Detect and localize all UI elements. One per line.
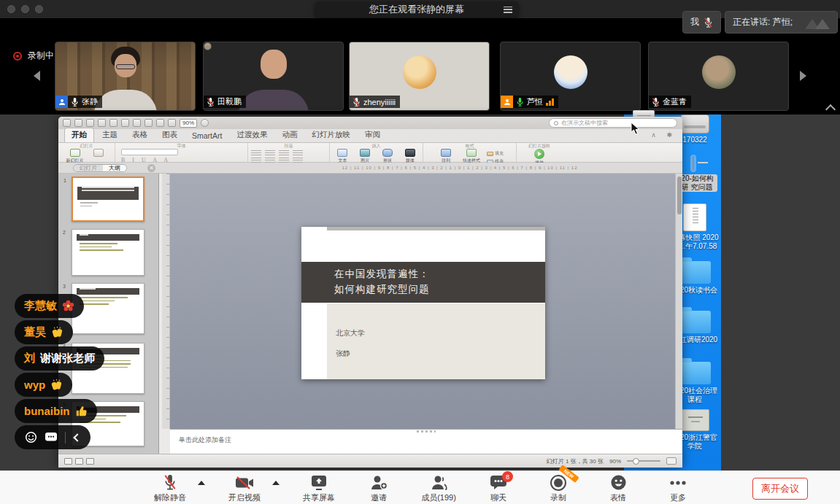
tab-slideshow[interactable]: 幻灯片放映 <box>305 128 357 142</box>
tab-transitions[interactable]: 过渡效果 <box>230 128 274 142</box>
insert-shape-button[interactable]: 形状 <box>378 149 398 164</box>
cut-icon[interactable] <box>109 119 117 127</box>
ppt-ruler-row: 幻灯片 大纲 ✕ 12 | 11 | 10 | 9 | 8 | 7 | 6 | … <box>58 163 682 174</box>
ppt-search-box[interactable]: 在演示文稿中搜索 <box>549 118 677 128</box>
arrange-button[interactable]: 排列 <box>436 149 456 164</box>
emoji-face-icon[interactable] <box>25 431 37 443</box>
help-icon[interactable] <box>201 119 209 127</box>
ribbon-group-format: 格式 排列 快速样式 填充 线条 <box>423 143 517 162</box>
record-icon <box>550 474 567 492</box>
horizontal-ruler: 12 | 11 | 10 | 9 | 8 | 7 | 6 | 5 | 4 | 3… <box>307 166 613 170</box>
slide-design-strip <box>327 227 545 230</box>
screenshot-file-icon <box>683 203 706 231</box>
presenter-badge-icon <box>55 96 68 108</box>
slide-counter: 幻灯片 1 张，共 30 张 <box>547 457 604 465</box>
pane-tab-slides[interactable]: 幻灯片 <box>74 165 103 171</box>
slide-thumbnail-selected[interactable]: 1 <box>72 177 145 222</box>
open-file-icon[interactable] <box>74 119 82 127</box>
close-window-icon[interactable] <box>7 5 15 13</box>
ppt-vertical-scrollbar[interactable] <box>675 174 682 429</box>
mic-options-caret[interactable] <box>198 481 205 485</box>
new-slide-button[interactable]: 新幻灯片 <box>65 149 85 164</box>
tab-home[interactable]: 开始 <box>64 128 94 142</box>
tab-themes[interactable]: 主题 <box>96 128 124 142</box>
undo-icon[interactable] <box>156 119 164 127</box>
fit-slide-button[interactable] <box>666 457 677 465</box>
members-button[interactable]: 成员(199) <box>418 474 459 503</box>
reactions-button[interactable]: 表情 <box>598 474 639 503</box>
close-pane-icon[interactable]: ✕ <box>147 164 155 172</box>
slide-thumbnail[interactable]: 2 <box>72 229 145 276</box>
clap-emoji-icon <box>50 379 63 391</box>
window-controls[interactable] <box>7 5 43 13</box>
paragraph-buttons[interactable] <box>251 149 326 163</box>
chat-overlay-controls[interactable] <box>15 425 90 449</box>
invite-button[interactable]: 邀请 <box>358 474 399 503</box>
ribbon-group-slides: 幻灯片 新幻灯片 <box>58 143 115 162</box>
video-tile[interactable]: zhenyiiiiii <box>349 42 490 111</box>
tab-tables[interactable]: 表格 <box>126 128 154 142</box>
copy-icon[interactable] <box>121 119 129 127</box>
vertical-ruler <box>162 174 170 429</box>
ribbon-collapse-gear-icons[interactable]: ∧ ✱ <box>651 131 677 139</box>
fill-button[interactable]: 填充 <box>487 150 504 157</box>
notes-pane[interactable]: 单击此处添加备注 <box>170 429 682 454</box>
insert-media-button[interactable]: 媒体 <box>400 149 420 164</box>
pane-tab-outline[interactable]: 大纲 <box>103 165 126 171</box>
insert-text-button[interactable]: 文本 <box>333 149 352 164</box>
speaking-indicator: 正在讲话: 芦恒; <box>725 11 838 34</box>
layout-button[interactable] <box>88 149 109 157</box>
scroll-videos-right-icon[interactable] <box>800 71 806 81</box>
participant-name: 张静 <box>82 96 98 107</box>
pane-view-switch[interactable]: 幻灯片 大纲 <box>73 164 127 172</box>
start-video-button[interactable]: 开启视频 <box>224 474 265 503</box>
format-painter-icon[interactable] <box>145 119 153 127</box>
chat-button[interactable]: 8 聊天 <box>478 474 519 503</box>
quick-styles-button[interactable]: 快速样式 <box>459 149 484 164</box>
slide-subtitle-panel: 北京大学 张静 <box>327 303 545 379</box>
video-tile[interactable]: 张静 <box>55 42 196 111</box>
zoom-dropdown[interactable]: 90% <box>180 119 197 128</box>
speaking-label: 正在讲话: 芦恒; <box>733 16 793 28</box>
video-tile[interactable]: 金蓝青 <box>648 42 789 111</box>
video-tile[interactable]: 芦恒 <box>500 42 641 111</box>
collapse-strip-icon[interactable] <box>825 104 836 115</box>
watching-screen-title: 您正在观看张静的屏幕 <box>369 3 464 16</box>
banner-menu-icon[interactable] <box>504 7 512 13</box>
notes-resize-handle[interactable] <box>417 430 436 433</box>
ppt-ribbon: 幻灯片 新幻灯片 字体 B I U <box>58 143 682 163</box>
share-screen-button[interactable]: 共享屏幕 <box>298 474 339 503</box>
chat-bubble: 刘 谢谢张老师 <box>15 346 104 371</box>
redo-icon[interactable] <box>168 119 176 127</box>
print-icon[interactable] <box>98 119 106 127</box>
slide-author: 张静 <box>336 349 545 359</box>
participant-name: 金蓝青 <box>663 96 687 107</box>
video-tile[interactable]: 田毅鹏 <box>203 42 344 111</box>
chat-bubble-icon[interactable] <box>45 432 58 443</box>
zoom-window-icon[interactable] <box>35 5 43 13</box>
font-name-box[interactable] <box>121 149 178 155</box>
mic-on-icon <box>71 97 79 107</box>
tab-review[interactable]: 审阅 <box>358 128 387 142</box>
tab-animations[interactable]: 动画 <box>275 128 304 142</box>
save-icon[interactable] <box>86 119 94 127</box>
zoom-slider[interactable] <box>627 460 660 462</box>
self-mic-status[interactable]: 我 <box>682 11 721 34</box>
chat-overlay: 李慧敏 董昊 刘 谢谢张老师 wyp bunaibin <box>15 294 104 449</box>
minimize-window-icon[interactable] <box>21 5 29 13</box>
meeting-app-window: 您正在观看张静的屏幕 i 我 正在讲话: 芦恒; 录制中 <box>0 0 840 504</box>
insert-picture-button[interactable]: 图片 <box>355 149 375 164</box>
smiley-icon <box>610 474 627 491</box>
tab-smartart[interactable]: SmartArt <box>185 130 228 142</box>
tab-charts[interactable]: 图表 <box>155 128 184 142</box>
view-switch-buttons[interactable] <box>64 458 94 465</box>
scroll-videos-left-icon[interactable] <box>34 71 40 81</box>
unmute-button[interactable]: 解除静音 <box>150 474 190 503</box>
collapse-chat-icon[interactable] <box>73 433 81 441</box>
record-button[interactable]: NEW 录制 <box>538 474 579 503</box>
leave-meeting-button[interactable]: 离开会议 <box>752 478 808 500</box>
more-button[interactable]: 更多 <box>658 474 698 503</box>
video-options-caret[interactable] <box>272 481 280 485</box>
paste-icon[interactable] <box>133 119 141 127</box>
new-file-icon[interactable] <box>63 119 71 127</box>
